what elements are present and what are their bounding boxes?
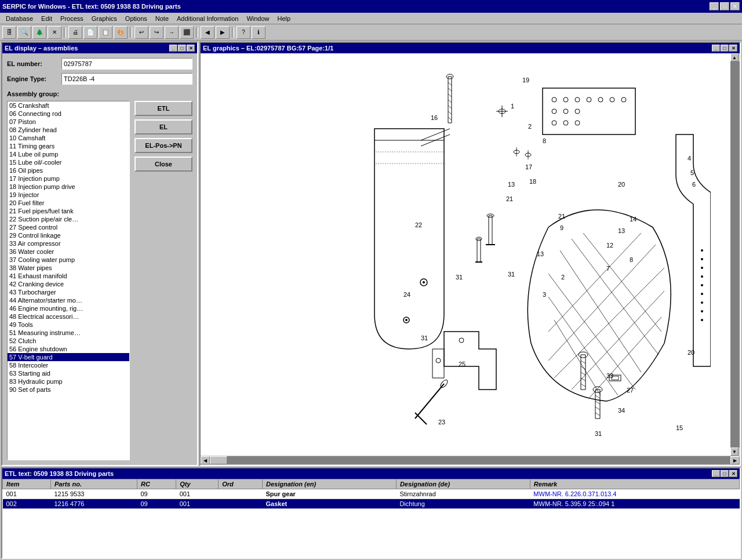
assembly-list-item[interactable]: 06 Connecting rod: [8, 110, 129, 118]
right-panel-vscroll[interactable]: ▲ ▼: [730, 53, 740, 456]
assembly-list-item[interactable]: 08 Zylinder head: [8, 126, 129, 134]
assembly-list-item[interactable]: 33 Air compressor: [8, 239, 129, 248]
table-row[interactable]: 002 1216 4776 09 001 Gasket Dichtung MWM…: [3, 499, 740, 509]
right-close-btn[interactable]: ✕: [729, 45, 737, 52]
table-row[interactable]: 001 1215 9533 09 001 Spur gear Stirnzahn…: [3, 489, 740, 499]
assembly-list-item[interactable]: 15 Lube oil/-cooler: [8, 158, 129, 166]
menu-additional-info[interactable]: Additional Information: [173, 14, 242, 23]
tb-print-icon[interactable]: 🖨: [68, 26, 82, 39]
hscroll-track[interactable]: [210, 456, 730, 464]
assembly-list-item[interactable]: 46 Engine mounting, rig…: [8, 304, 129, 312]
assembly-list-item[interactable]: 51 Measuring instrume…: [8, 329, 129, 337]
el-pos-pn-button[interactable]: EL-Pos->PN: [134, 138, 192, 153]
assembly-list-item[interactable]: 41 Exhaust manifold: [8, 272, 129, 280]
tb-doc-icon[interactable]: 📄: [83, 26, 97, 39]
minimize-button[interactable]: _: [710, 2, 719, 10]
bottom-maximize-btn[interactable]: □: [721, 470, 729, 477]
close-button[interactable]: ✕: [730, 2, 740, 10]
assembly-list-item[interactable]: 44 Alternator/starter mo…: [8, 296, 129, 304]
tb-info-icon[interactable]: ℹ: [252, 26, 265, 39]
menu-note[interactable]: Note: [152, 14, 172, 23]
assembly-list-item[interactable]: 19 Injector: [8, 191, 129, 199]
left-maximize-btn[interactable]: □: [178, 45, 186, 52]
assembly-list-item[interactable]: 05 Crankshaft: [8, 101, 129, 110]
menu-edit[interactable]: Edit: [38, 14, 56, 23]
assembly-list-item[interactable]: 57 V-belt guard: [8, 353, 129, 361]
assembly-list-item[interactable]: 90 Set of parts: [8, 386, 129, 394]
tb-redo-icon[interactable]: ↪: [150, 26, 163, 39]
left-close-btn[interactable]: ✕: [187, 45, 195, 52]
hscroll-right-btn[interactable]: ▶: [730, 456, 740, 464]
assembly-list-item[interactable]: 37 Cooling water pump: [8, 256, 129, 264]
assembly-list-item[interactable]: 21 Fuel pipes/fuel tank: [8, 207, 129, 215]
assembly-list-item[interactable]: 11 Timing gears: [8, 142, 129, 150]
menu-window[interactable]: Window: [243, 14, 272, 23]
tb-undo-icon[interactable]: ↩: [134, 26, 148, 39]
right-panel-title-buttons[interactable]: _ □ ✕: [712, 45, 737, 52]
hscroll-thumb[interactable]: [210, 456, 227, 464]
right-minimize-btn[interactable]: _: [712, 45, 720, 52]
assembly-list-item[interactable]: 14 Lube oil pump: [8, 150, 129, 158]
assembly-list-item[interactable]: 20 Fuel filter: [8, 199, 129, 207]
menu-database[interactable]: Database: [2, 14, 37, 23]
tb-help-icon[interactable]: ?: [237, 26, 250, 39]
assembly-list-item[interactable]: 36 Water cooler: [8, 248, 129, 256]
assembly-list-item[interactable]: 07 Piston: [8, 118, 129, 126]
menu-process[interactable]: Process: [57, 14, 87, 23]
assembly-list-item[interactable]: 52 Clutch: [8, 337, 129, 345]
assembly-list-item[interactable]: 27 Speed control: [8, 223, 129, 231]
tb-stop-icon[interactable]: ⬛: [180, 26, 194, 39]
table-header-row: Item Parts no. RC Qty Ord Designation (e…: [3, 479, 740, 489]
right-panel-hscroll[interactable]: ◀ ▶: [201, 456, 740, 465]
hscroll-left-btn[interactable]: ◀: [201, 456, 210, 464]
assembly-list-item[interactable]: 22 Suction pipe/air cle…: [8, 215, 129, 223]
assembly-list-item[interactable]: 56 Engine shutdown: [8, 345, 129, 353]
bottom-panel-title-buttons[interactable]: _ □ ✕: [712, 470, 737, 477]
tb-tree-icon[interactable]: 🌲: [32, 26, 46, 39]
menu-help[interactable]: Help: [274, 14, 294, 23]
assembly-list-item[interactable]: 42 Cranking device: [8, 280, 129, 288]
col-qty: Qty: [176, 479, 219, 489]
assembly-list-item[interactable]: 58 Intercooler: [8, 361, 129, 369]
assembly-group-label: Assembly group:: [7, 90, 192, 97]
engine-type-input[interactable]: [61, 73, 192, 85]
graphics-content[interactable]: 19 16 1 2 8 17 18 13 21 4 5 6 20 14: [201, 53, 730, 456]
right-maximize-btn[interactable]: □: [721, 45, 729, 52]
tb-db-icon[interactable]: 🗄: [2, 26, 16, 39]
tb-next-icon[interactable]: ▶: [216, 26, 230, 39]
tb-close-icon[interactable]: ✕: [48, 26, 61, 39]
tb-prev-icon[interactable]: ◀: [201, 26, 214, 39]
cell-parts-no: 1216 4776: [50, 499, 137, 509]
tb-doc2-icon[interactable]: 📋: [99, 26, 112, 39]
assembly-list-item[interactable]: 29 Control linkage: [8, 231, 129, 239]
bottom-minimize-btn[interactable]: _: [712, 470, 720, 477]
tb-arrow-icon[interactable]: →: [165, 26, 179, 39]
left-panel-title-buttons[interactable]: _ □ ✕: [169, 45, 195, 52]
title-bar-buttons[interactable]: _ □ ✕: [710, 2, 740, 10]
assembly-list-item[interactable]: 38 Water pipes: [8, 264, 129, 272]
menu-options[interactable]: Options: [122, 14, 151, 23]
assembly-list-item[interactable]: 18 Injection pump drive: [8, 183, 129, 191]
bottom-close-btn[interactable]: ✕: [729, 470, 737, 477]
assembly-list-item[interactable]: 10 Camshaft: [8, 134, 129, 142]
el-number-input[interactable]: [61, 58, 192, 70]
vscroll-up-btn[interactable]: ▲: [730, 53, 739, 61]
tb-magnify-icon[interactable]: 🔍: [17, 26, 31, 39]
assembly-list[interactable]: 05 Crankshaft06 Connecting rod07 Piston0…: [7, 101, 130, 460]
assembly-list-item[interactable]: 48 Electrical accessori…: [8, 312, 129, 321]
menu-graphics[interactable]: Graphics: [88, 14, 121, 23]
el-button[interactable]: EL: [134, 119, 192, 134]
vscroll-track[interactable]: [730, 61, 740, 448]
left-minimize-btn[interactable]: _: [169, 45, 177, 52]
etl-button[interactable]: ETL: [134, 101, 192, 116]
assembly-list-item[interactable]: 16 Oil pipes: [8, 166, 129, 174]
assembly-list-item[interactable]: 43 Turbocharger: [8, 288, 129, 296]
close-button[interactable]: Close: [134, 157, 192, 172]
tb-color-icon[interactable]: 🎨: [114, 26, 128, 39]
assembly-list-item[interactable]: 17 Injection pump: [8, 174, 129, 183]
assembly-list-item[interactable]: 83 Hydraulic pump: [8, 377, 129, 386]
assembly-list-item[interactable]: 63 Starting aid: [8, 369, 129, 377]
assembly-list-item[interactable]: 49 Tools: [8, 321, 129, 329]
vscroll-down-btn[interactable]: ▼: [730, 448, 739, 456]
maximize-button[interactable]: □: [720, 2, 729, 10]
